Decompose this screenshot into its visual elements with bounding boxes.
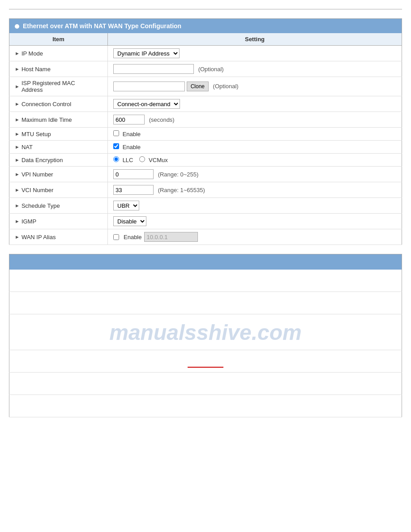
table-row: ► VCI Number (Range: 1~65535) — [9, 182, 402, 198]
arrow-icon: ► — [15, 144, 20, 150]
label-isp-mac: ► ISP Registered MACAddress — [9, 77, 108, 96]
arrow-icon: ► — [15, 187, 20, 193]
connection-control-select[interactable]: Connect-on-demand Always on Manual — [113, 99, 180, 109]
second-table-row3: manualsshive.com — [9, 314, 402, 350]
vci-number-input[interactable] — [113, 185, 154, 195]
table-row: ► ISP Registered MACAddress Clone (Optio… — [9, 77, 402, 96]
setting-ip-mode: Dynamic IP Address Static IP Address — [108, 46, 402, 61]
watermark: manualsshive.com — [109, 320, 302, 344]
mtu-enable-checkbox[interactable] — [113, 130, 119, 136]
isp-mac-input[interactable] — [113, 82, 185, 91]
host-name-optional: (Optional) — [198, 66, 224, 73]
second-config-table: manualsshive.com — [9, 254, 402, 417]
nat-enable-label[interactable]: Enable — [113, 144, 141, 150]
label-host-name: ► Host Name — [9, 61, 108, 77]
setting-data-encryption: LLC VCMux — [108, 154, 402, 167]
arrow-icon: ► — [15, 234, 20, 240]
wan-ip-alias-checkbox[interactable] — [113, 234, 119, 240]
arrow-icon: ► — [15, 203, 20, 208]
arrow-icon: ► — [15, 157, 20, 163]
host-name-input[interactable] — [113, 64, 194, 74]
table-header-row: Ethernet over ATM with NAT WAN Type Conf… — [9, 19, 402, 34]
label-connection-control: ► Connection Control — [9, 96, 108, 112]
second-table-row6 — [9, 395, 402, 417]
vpi-range-label: (Range: 0~255) — [158, 171, 199, 178]
setting-host-name: (Optional) — [108, 61, 402, 77]
vcmux-radio-label[interactable]: VCMux — [139, 156, 167, 163]
arrow-icon: ► — [15, 172, 20, 177]
clone-button[interactable]: Clone — [187, 82, 209, 91]
label-vci-number: ► VCI Number — [9, 182, 108, 198]
table-row: ► IP Mode Dynamic IP Address Static IP A… — [9, 46, 402, 61]
table-row: ► NAT Enable — [9, 141, 402, 154]
label-schedule-type: ► Schedule Type — [9, 198, 108, 214]
table-title: Ethernet over ATM with NAT WAN Type Conf… — [9, 19, 402, 34]
label-vpi-number: ► VPI Number — [9, 167, 108, 182]
col-header-setting: Setting — [108, 33, 402, 46]
column-headers: Item Setting — [9, 33, 402, 46]
label-data-encryption: ► Data Encryption — [9, 154, 108, 167]
table-row: ► Connection Control Connect-on-demand A… — [9, 96, 402, 112]
second-table-title — [9, 254, 402, 270]
label-max-idle-time: ► Maximum Idle Time — [9, 112, 108, 128]
llc-radio-label[interactable]: LLC — [113, 156, 133, 163]
label-ip-mode: ► IP Mode — [9, 46, 108, 61]
ip-mode-select[interactable]: Dynamic IP Address Static IP Address — [113, 48, 180, 58]
red-underline — [188, 367, 223, 368]
nat-enable-checkbox[interactable] — [113, 143, 119, 149]
second-table-row5 — [9, 373, 402, 395]
arrow-icon: ► — [15, 131, 20, 137]
wan-ip-alias-enable-label: Enable — [124, 234, 141, 240]
wan-ip-alias-input[interactable] — [144, 232, 198, 242]
setting-vci-number: (Range: 1~65535) — [108, 182, 402, 198]
second-table-row2 — [9, 292, 402, 314]
setting-isp-mac: Clone (Optional) — [108, 77, 402, 96]
igmp-select[interactable]: Disable Enable — [113, 216, 146, 226]
setting-nat: Enable — [108, 141, 402, 154]
vpi-number-input[interactable] — [113, 169, 154, 179]
arrow-icon: ► — [15, 101, 20, 107]
table-row: ► VPI Number (Range: 0~255) — [9, 167, 402, 182]
wan-ip-alias-row: Enable — [113, 232, 396, 242]
setting-max-idle-time: (seconds) — [108, 112, 402, 128]
setting-connection-control: Connect-on-demand Always on Manual — [108, 96, 402, 112]
max-idle-time-input[interactable] — [113, 115, 145, 124]
setting-vpi-number: (Range: 0~255) — [108, 167, 402, 182]
arrow-icon: ► — [15, 219, 20, 224]
table-row: ► Data Encryption LLC VCMux — [9, 154, 402, 167]
config-table: Ethernet over ATM with NAT WAN Type Conf… — [9, 18, 402, 245]
arrow-icon: ► — [15, 51, 20, 56]
second-table-row4 — [9, 350, 402, 373]
isp-mac-optional: (Optional) — [213, 83, 239, 90]
label-wan-ip-alias: ► WAN IP Alias — [9, 229, 108, 245]
col-header-item: Item — [9, 33, 108, 46]
vcmux-radio[interactable] — [139, 156, 145, 162]
setting-schedule-type: UBR CBR VBR — [108, 198, 402, 214]
setting-mtu-setup: Enable — [108, 128, 402, 141]
setting-igmp: Disable Enable — [108, 214, 402, 229]
table-row: ► Host Name (Optional) — [9, 61, 402, 77]
schedule-type-select[interactable]: UBR CBR VBR — [113, 201, 139, 210]
label-nat: ► NAT — [9, 141, 108, 154]
table-row: ► Schedule Type UBR CBR VBR — [9, 198, 402, 214]
encryption-radio-group: LLC VCMux — [113, 156, 396, 163]
setting-wan-ip-alias: Enable — [108, 229, 402, 245]
table-row: ► WAN IP Alias Enable — [9, 229, 402, 245]
table-row: ► IGMP Disable Enable — [9, 214, 402, 229]
second-table-row1 — [9, 270, 402, 292]
table-row: ► MTU Setup Enable — [9, 128, 402, 141]
table-row: ► Maximum Idle Time (seconds) — [9, 112, 402, 128]
vci-range-label: (Range: 1~65535) — [158, 187, 205, 193]
arrow-icon: ► — [15, 117, 20, 122]
mtu-enable-label[interactable]: Enable — [113, 131, 141, 137]
llc-radio[interactable] — [113, 156, 119, 162]
second-table-header-row — [9, 254, 402, 270]
label-mtu-setup: ► MTU Setup — [9, 128, 108, 141]
label-igmp: ► IGMP — [9, 214, 108, 229]
arrow-icon: ► — [15, 66, 20, 72]
page-divider — [9, 9, 402, 9]
arrow-icon: ► — [15, 84, 20, 89]
seconds-label: (seconds) — [149, 116, 175, 123]
